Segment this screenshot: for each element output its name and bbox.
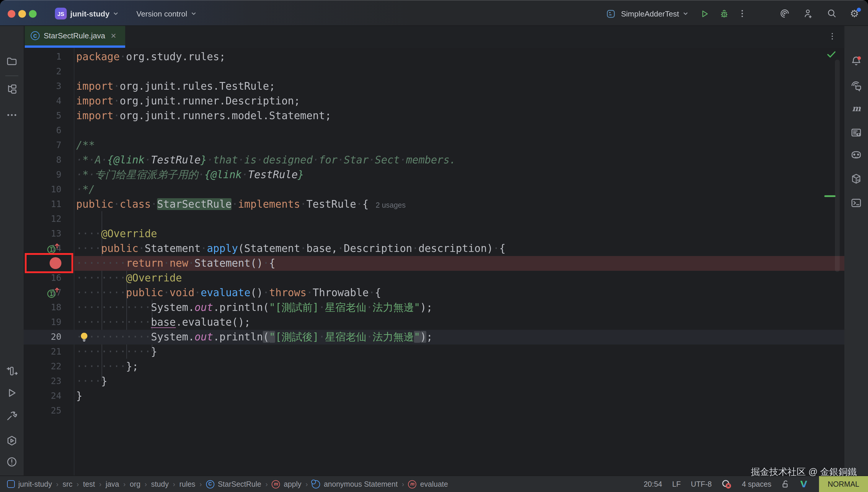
ai-assistant-icon[interactable] — [777, 6, 792, 21]
code-line[interactable]: 21············} — [24, 344, 844, 359]
usages-inlay-hint[interactable]: 2 usages — [376, 201, 406, 209]
services-icon[interactable] — [6, 435, 18, 447]
code-line[interactable]: 18············System.out.println("[測試前]·… — [24, 300, 844, 315]
code-content[interactable]: import·org.junit.runners.model.Statement… — [74, 108, 844, 123]
code-content[interactable] — [74, 212, 844, 226]
breadcrumb-item[interactable]: junit-study — [7, 480, 52, 488]
line-number[interactable]: 24 — [24, 389, 62, 403]
code-content[interactable]: package·org.study.rules; — [74, 49, 844, 64]
code-line[interactable]: 13····@Override — [24, 226, 844, 241]
run-configuration-selector[interactable]: SimpleAdderTest — [621, 1, 688, 27]
code-content[interactable]: ·*/ — [74, 182, 844, 197]
macos-zoom-button[interactable] — [29, 10, 37, 18]
code-content[interactable]: ············} — [74, 344, 844, 359]
code-line[interactable]: 5import·org.junit.runners.model.Statemen… — [24, 108, 844, 123]
code-line[interactable]: 11public·class·StarSectRule·implements·T… — [24, 197, 844, 212]
ideavim-icon[interactable]: V — [800, 479, 807, 489]
code-line[interactable]: 1package·org.study.rules; — [24, 49, 844, 64]
code-content[interactable]: ·*·A·{@link·TestRule}·that·is·designed·f… — [74, 152, 844, 167]
breadcrumb-item[interactable]: rules — [179, 480, 195, 488]
line-number[interactable]: 2 — [24, 64, 62, 79]
code-content[interactable]: ············System.out.println("[測試後]·星宿… — [74, 329, 844, 344]
terminal-icon[interactable] — [850, 197, 862, 209]
copilot-icon[interactable] — [850, 149, 862, 161]
code-line[interactable]: 14····public·Statement·apply(Statement·b… — [24, 241, 844, 256]
code-content[interactable]: ····} — [74, 374, 844, 389]
line-number[interactable]: 12 — [24, 212, 62, 226]
lock-icon[interactable] — [781, 479, 790, 489]
maven-icon[interactable]: m — [850, 103, 862, 115]
more-tools-icon[interactable] — [6, 109, 18, 121]
line-number[interactable]: 10 — [24, 182, 62, 197]
breadcrumb-item[interactable]: mapply — [272, 480, 301, 488]
line-number[interactable]: 25 — [24, 403, 62, 418]
breadcrumb-item[interactable]: study — [151, 480, 169, 488]
more-actions-button[interactable] — [734, 6, 750, 21]
project-folder-icon[interactable] — [6, 55, 18, 67]
line-number[interactable]: 22 — [24, 359, 62, 374]
line-number[interactable]: 6 — [24, 123, 62, 138]
code-line[interactable]: 8·*·A·{@link·TestRule}·that·is·designed·… — [24, 152, 844, 167]
code-line[interactable]: 22········}; — [24, 359, 844, 374]
implements-method-gutter-icon[interactable] — [46, 287, 62, 299]
breadcrumb-item[interactable]: src — [63, 480, 72, 488]
macos-minimize-button[interactable] — [18, 10, 26, 18]
code-line[interactable]: 7/** — [24, 138, 844, 152]
breadcrumb-item[interactable]: java — [106, 480, 119, 488]
code-line[interactable]: 23····} — [24, 374, 844, 389]
code-line[interactable]: 20············System.out.println("[測試後]·… — [24, 329, 844, 344]
tab-options-icon[interactable] — [828, 32, 836, 40]
structure-icon[interactable] — [6, 83, 18, 95]
editor-scrollbar[interactable] — [835, 59, 840, 272]
line-number[interactable]: 7 — [24, 138, 62, 152]
intention-bulb-icon[interactable] — [80, 332, 89, 342]
implements-method-gutter-icon[interactable] — [46, 242, 62, 254]
inspections-ok-icon[interactable] — [827, 50, 836, 58]
code-content[interactable]: /** — [74, 138, 844, 152]
line-number[interactable]: 4 — [24, 94, 62, 108]
line-number[interactable]: 21 — [24, 344, 62, 359]
code-line[interactable]: 2 — [24, 64, 844, 79]
code-content[interactable]: } — [74, 389, 844, 403]
code-content[interactable] — [74, 403, 844, 418]
line-number[interactable]: 13 — [24, 226, 62, 241]
add-user-icon[interactable] — [801, 6, 816, 21]
code-content[interactable]: ············base.evaluate(); — [74, 315, 844, 329]
code-content[interactable]: ····public·Statement·apply(Statement·bas… — [74, 241, 844, 256]
code-content[interactable]: ········return·new·Statement()·{ — [74, 256, 844, 270]
code-content[interactable]: import·org.junit.runner.Description; — [74, 94, 844, 108]
tab-starsectrule[interactable]: C StarSectRule.java ✕ — [25, 26, 125, 45]
code-content[interactable]: ····@Override — [74, 226, 844, 241]
code-line[interactable]: 24} — [24, 389, 844, 403]
line-number[interactable]: 18 — [24, 300, 62, 315]
close-tab-icon[interactable]: ✕ — [111, 31, 116, 40]
settings-gear-icon[interactable]: ⚙ — [847, 6, 862, 21]
code-line[interactable]: 25 — [24, 403, 844, 418]
breadcrumb-item[interactable]: test — [83, 480, 95, 488]
code-line[interactable]: 17········public·void·evaluate()·throws·… — [24, 285, 844, 300]
encoding-widget[interactable]: UTF-8 — [691, 480, 712, 488]
version-control-menu[interactable]: Version control — [136, 1, 197, 27]
debug-button[interactable] — [716, 6, 732, 21]
line-number[interactable]: 23 — [24, 374, 62, 389]
code-line[interactable]: 9·*·专门给星宿派弟子用的·{@link·TestRule} — [24, 167, 844, 182]
code-line[interactable]: 4import·org.junit.runner.Description; — [24, 94, 844, 108]
search-icon[interactable] — [824, 6, 840, 21]
problems-icon[interactable] — [6, 456, 18, 468]
code-line[interactable]: 3import·org.junit.rules.TestRule; — [24, 79, 844, 94]
project-menu[interactable]: junit-study — [70, 1, 119, 27]
vim-mode-badge[interactable]: NORMAL — [819, 476, 868, 492]
documentation-icon[interactable] — [850, 127, 862, 139]
line-number[interactable]: 8 — [24, 152, 62, 167]
code-line[interactable]: 12 — [24, 212, 844, 226]
breadcrumb-item[interactable]: CStarSectRule — [206, 480, 261, 488]
highlighting-level-icon[interactable] — [722, 479, 732, 489]
line-separator-widget[interactable]: LF — [672, 480, 681, 488]
line-number[interactable]: 20 — [24, 329, 62, 344]
code-editor[interactable]: 1package·org.study.rules;23import·org.ju… — [24, 48, 844, 475]
notifications-icon[interactable] — [850, 55, 862, 67]
line-number[interactable]: 5 — [24, 108, 62, 123]
code-content[interactable]: import·org.junit.rules.TestRule; — [74, 79, 844, 94]
breadcrumb-item[interactable]: mevaluate — [408, 480, 448, 488]
code-line[interactable]: ········return·new·Statement()·{ — [24, 256, 844, 270]
